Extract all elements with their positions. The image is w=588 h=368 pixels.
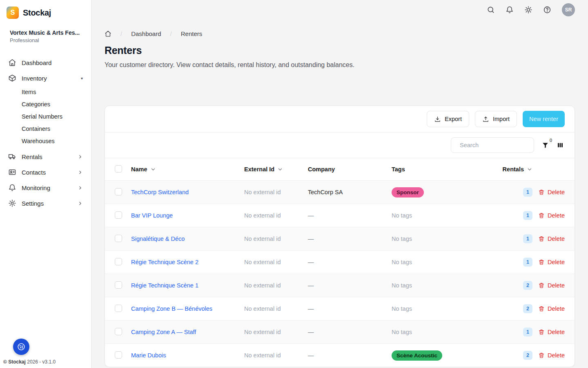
delete-button[interactable]: Delete bbox=[538, 189, 565, 195]
company-cell: — bbox=[308, 212, 392, 219]
sidebar-item-serial-numbers[interactable]: Serial Numbers bbox=[5, 110, 86, 123]
external-id-cell: No external id bbox=[244, 259, 308, 265]
renter-name-link[interactable]: TechCorp Switzerland bbox=[131, 189, 189, 195]
sort-chevron-icon bbox=[277, 166, 283, 172]
sidebar: S Stockaj Vortex Music & Arts Fes... Pro… bbox=[0, 0, 91, 368]
row-checkbox[interactable] bbox=[115, 211, 122, 219]
chevron-down-icon: ▾ bbox=[81, 76, 83, 81]
table-header: Name External Id Company Tags Rentals bbox=[105, 158, 575, 180]
renter-name-link[interactable]: Régie Technique Scène 2 bbox=[131, 259, 198, 265]
rentals-count-badge: 2 bbox=[523, 281, 532, 290]
external-id-cell: No external id bbox=[244, 212, 308, 219]
company-cell: — bbox=[308, 352, 392, 359]
theme-toggle-button[interactable] bbox=[524, 6, 532, 14]
renter-name-link[interactable]: Marie Dubois bbox=[131, 352, 166, 359]
delete-button[interactable]: Delete bbox=[538, 282, 565, 289]
row-checkbox[interactable] bbox=[115, 305, 122, 312]
sidebar-item-items[interactable]: Items bbox=[5, 86, 86, 98]
cookie-icon bbox=[17, 342, 26, 351]
footer-version: 2026 - v3.1.0 bbox=[27, 359, 56, 365]
table-row: Camping Zone B — Bénévoles No external i… bbox=[105, 297, 575, 320]
renter-name-link[interactable]: Signalétique & Déco bbox=[131, 236, 185, 242]
trash-icon bbox=[538, 236, 545, 242]
sidebar-item-categories[interactable]: Categories bbox=[5, 98, 86, 110]
delete-button-label: Delete bbox=[548, 352, 565, 359]
sidebar-item-settings[interactable]: Settings bbox=[5, 195, 86, 211]
search-button[interactable] bbox=[487, 6, 495, 14]
notifications-button[interactable] bbox=[506, 6, 514, 14]
chevron-right-icon bbox=[78, 185, 83, 191]
row-checkbox[interactable] bbox=[115, 328, 122, 335]
delete-button-label: Delete bbox=[548, 212, 565, 219]
home-icon[interactable] bbox=[105, 30, 111, 37]
cookie-settings-button[interactable] bbox=[13, 339, 29, 355]
renter-name-link[interactable]: Camping Zone A — Staff bbox=[131, 329, 196, 335]
sidebar-item-warehouses[interactable]: Warehouses bbox=[5, 135, 86, 147]
filter-count-badge: 0 bbox=[550, 138, 552, 143]
select-all-checkbox[interactable] bbox=[115, 165, 122, 173]
company-cell: — bbox=[308, 329, 392, 335]
delete-button[interactable]: Delete bbox=[538, 352, 565, 359]
row-checkbox[interactable] bbox=[115, 281, 122, 289]
avatar[interactable]: SR bbox=[562, 3, 575, 16]
import-button[interactable]: Import bbox=[475, 111, 517, 127]
row-checkbox[interactable] bbox=[115, 235, 122, 242]
page-title: Renters bbox=[105, 45, 575, 56]
export-button-label: Export bbox=[445, 116, 462, 122]
download-icon bbox=[434, 116, 441, 123]
delete-button[interactable]: Delete bbox=[538, 212, 565, 219]
row-checkbox[interactable] bbox=[115, 188, 122, 195]
import-button-label: Import bbox=[493, 116, 510, 122]
company-cell: — bbox=[308, 282, 392, 289]
external-id-cell: No external id bbox=[244, 329, 308, 335]
delete-button[interactable]: Delete bbox=[538, 329, 565, 335]
sidebar-item-rentals[interactable]: Rentals bbox=[5, 149, 86, 164]
main-area: SR / Dashboard / Renters Renters Your cu… bbox=[91, 0, 588, 368]
funnel-icon bbox=[541, 141, 549, 149]
delete-button-label: Delete bbox=[548, 282, 565, 289]
export-button[interactable]: Export bbox=[427, 111, 469, 127]
delete-button[interactable]: Delete bbox=[538, 305, 565, 312]
delete-button[interactable]: Delete bbox=[538, 236, 565, 242]
sidebar-item-dashboard[interactable]: Dashboard bbox=[5, 55, 86, 70]
trash-icon bbox=[538, 212, 545, 219]
new-renter-button[interactable]: New renter bbox=[523, 111, 565, 127]
columns-icon bbox=[557, 141, 564, 149]
columns-button[interactable] bbox=[557, 141, 564, 149]
rentals-count-badge: 1 bbox=[523, 188, 532, 197]
truck-icon bbox=[8, 153, 16, 161]
app-logo[interactable]: S Stockaj bbox=[0, 0, 91, 25]
sidebar-item-inventory[interactable]: Inventory ▾ bbox=[5, 70, 86, 86]
header-external-id[interactable]: External Id bbox=[244, 166, 308, 173]
help-button[interactable] bbox=[543, 6, 551, 14]
breadcrumb-dashboard[interactable]: Dashboard bbox=[131, 30, 161, 37]
chevron-right-icon bbox=[78, 201, 83, 206]
sort-chevron-icon bbox=[527, 166, 532, 172]
sidebar-item-containers[interactable]: Containers bbox=[5, 123, 86, 135]
search-input[interactable] bbox=[460, 142, 536, 148]
row-checkbox[interactable] bbox=[115, 258, 122, 265]
row-checkbox[interactable] bbox=[115, 351, 122, 359]
renter-name-link[interactable]: Camping Zone B — Bénévoles bbox=[131, 305, 212, 312]
delete-button-label: Delete bbox=[548, 305, 565, 312]
app-logo-icon: S bbox=[7, 7, 19, 19]
sidebar-item-monitoring[interactable]: Monitoring bbox=[5, 180, 86, 195]
sidebar-item-label: Contacts bbox=[22, 169, 46, 176]
chevron-right-icon bbox=[78, 154, 83, 159]
home-icon bbox=[8, 58, 16, 67]
breadcrumb: / Dashboard / Renters bbox=[105, 30, 575, 37]
sidebar-item-contacts[interactable]: Contacts bbox=[5, 164, 86, 180]
sidebar-item-label: Monitoring bbox=[22, 184, 50, 191]
filter-button[interactable]: 0 bbox=[541, 141, 549, 149]
org-switcher[interactable]: Vortex Music & Arts Fes... Professional bbox=[0, 25, 91, 45]
company-cell: — bbox=[308, 236, 392, 242]
renter-name-link[interactable]: Bar VIP Lounge bbox=[131, 212, 173, 219]
header-rentals[interactable]: Rentals bbox=[498, 166, 532, 173]
external-id-cell: No external id bbox=[244, 282, 308, 289]
delete-button[interactable]: Delete bbox=[538, 259, 565, 265]
header-name[interactable]: Name bbox=[131, 166, 244, 173]
help-icon bbox=[543, 6, 551, 14]
header-company: Company bbox=[308, 166, 392, 173]
renter-name-link[interactable]: Régie Technique Scène 1 bbox=[131, 282, 198, 289]
rentals-count-badge: 2 bbox=[523, 351, 532, 360]
